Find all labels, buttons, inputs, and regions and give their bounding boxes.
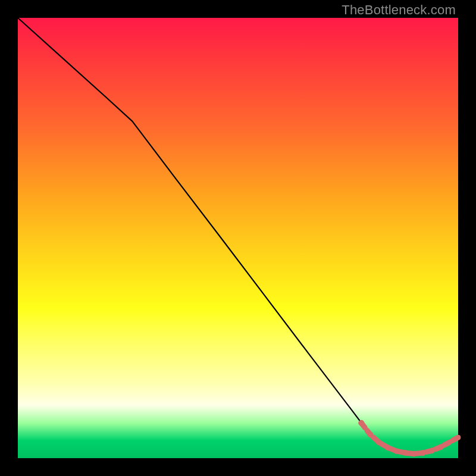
chart-frame: TheBottleneck.com [0, 0, 476, 476]
svg-point-8 [429, 448, 434, 453]
watermark-text: TheBottleneck.com [342, 2, 456, 18]
svg-point-6 [412, 451, 417, 456]
svg-point-7 [420, 450, 425, 456]
svg-point-3 [385, 445, 390, 450]
svg-point-1 [368, 432, 373, 437]
chart-svg [18, 18, 458, 458]
svg-point-10 [456, 435, 461, 440]
svg-point-2 [376, 440, 381, 445]
svg-point-0 [359, 420, 364, 425]
marker-group [359, 420, 461, 456]
svg-point-5 [403, 450, 408, 456]
bottleneck-curve [18, 18, 458, 454]
svg-point-9 [438, 444, 443, 450]
svg-point-4 [394, 449, 399, 454]
